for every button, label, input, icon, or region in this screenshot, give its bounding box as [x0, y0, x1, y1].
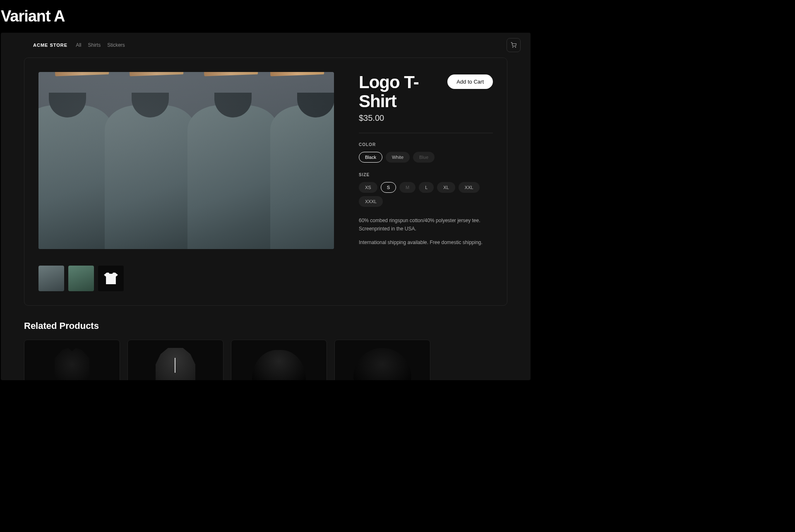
- svg-point-1: [515, 47, 516, 48]
- product-price: $35.00: [359, 113, 493, 123]
- product-gallery: [38, 72, 334, 291]
- color-option-black[interactable]: Black: [359, 152, 382, 163]
- nav-link-all[interactable]: All: [76, 42, 81, 48]
- nav-left: ACME STORE All Shirts Stickers: [11, 42, 125, 48]
- thumbnail-row: [38, 266, 334, 291]
- related-products-section: Related Products: [24, 321, 507, 380]
- related-product-card[interactable]: [231, 340, 327, 380]
- size-option-xxl[interactable]: XXL: [459, 182, 480, 193]
- product-card: Logo T-Shirt Add to Cart $35.00 COLOR Bl…: [24, 58, 507, 306]
- size-options: XSSMLXLXXLXXXL: [359, 182, 493, 207]
- brand-logo[interactable]: ACME STORE: [11, 43, 67, 48]
- color-label: COLOR: [359, 142, 493, 147]
- related-products-title: Related Products: [24, 321, 507, 331]
- size-option-m: M: [399, 182, 416, 193]
- size-option-xxxl[interactable]: XXXL: [359, 196, 383, 207]
- cart-button[interactable]: [507, 38, 521, 52]
- product-description-2: International shipping available. Free d…: [359, 239, 493, 247]
- related-product-card[interactable]: [127, 340, 223, 380]
- thumbnail-2[interactable]: [68, 266, 94, 291]
- thumbnail-1[interactable]: [38, 266, 64, 291]
- size-option-group: SIZE XSSMLXLXXLXXXL: [359, 173, 493, 207]
- product-details: Logo T-Shirt Add to Cart $35.00 COLOR Bl…: [359, 72, 493, 291]
- header: ACME STORE All Shirts Stickers: [1, 33, 531, 58]
- product-title: Logo T-Shirt: [359, 73, 439, 111]
- nav-links: All Shirts Stickers: [76, 42, 125, 48]
- variant-heading: Variant A: [0, 0, 795, 33]
- beanie-icon: [353, 348, 411, 380]
- color-option-blue: Blue: [413, 152, 435, 163]
- color-option-group: COLOR BlackWhiteBlue: [359, 142, 493, 163]
- size-option-xl[interactable]: XL: [437, 182, 455, 193]
- main-product-image[interactable]: [38, 72, 334, 249]
- color-option-white[interactable]: White: [386, 152, 410, 163]
- related-products-row: [24, 340, 507, 380]
- thumbnail-3[interactable]: [98, 266, 124, 291]
- size-option-l[interactable]: L: [419, 182, 434, 193]
- related-product-card[interactable]: [24, 340, 120, 380]
- size-label: SIZE: [359, 173, 493, 177]
- product-description-1: 60% combed ringspun cotton/40% polyester…: [359, 217, 493, 232]
- nav-link-shirts[interactable]: Shirts: [88, 42, 101, 48]
- related-product-card[interactable]: [334, 340, 430, 380]
- size-option-xs[interactable]: XS: [359, 182, 377, 193]
- cap-icon: [252, 350, 306, 380]
- hoodie-icon: [151, 348, 200, 380]
- add-to-cart-button[interactable]: Add to Cart: [447, 74, 493, 89]
- nav-link-stickers[interactable]: Stickers: [107, 42, 125, 48]
- color-options: BlackWhiteBlue: [359, 152, 493, 163]
- svg-point-0: [513, 47, 513, 48]
- cart-icon: [511, 42, 516, 48]
- tshirt-icon: [104, 273, 118, 284]
- app-frame: ACME STORE All Shirts Stickers: [1, 33, 531, 380]
- jacket-icon: [47, 348, 97, 380]
- size-option-s[interactable]: S: [381, 182, 396, 193]
- divider: [359, 133, 493, 133]
